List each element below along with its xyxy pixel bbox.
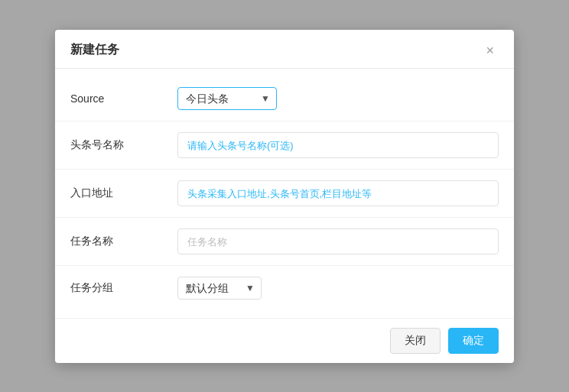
dialog-header: 新建任务 ×: [55, 30, 514, 69]
entry-url-label: 入口地址: [70, 186, 177, 200]
account-name-label: 头条号名称: [70, 138, 177, 152]
cancel-button[interactable]: 关闭: [390, 328, 441, 354]
task-name-control: [177, 228, 499, 254]
account-name-input[interactable]: [177, 132, 499, 158]
task-group-select[interactable]: 默认分组 分组1 分组2: [186, 282, 242, 294]
dialog-overlay: 新建任务 × Source 今日头条 微博 微信 ▼: [0, 0, 569, 392]
task-name-row: 任务名称: [55, 218, 514, 266]
dialog-body: Source 今日头条 微博 微信 ▼ 头条号名称: [55, 69, 514, 318]
dialog-footer: 关闭 确定: [55, 318, 514, 363]
dialog: 新建任务 × Source 今日头条 微博 微信 ▼: [55, 30, 514, 363]
entry-url-control: [177, 180, 499, 206]
source-row: Source 今日头条 微博 微信 ▼: [55, 76, 514, 121]
entry-url-input[interactable]: [177, 180, 499, 206]
task-name-input[interactable]: [177, 228, 499, 254]
source-label: Source: [70, 92, 177, 105]
task-group-select-wrapper[interactable]: 默认分组 分组1 分组2 ▼: [177, 277, 262, 300]
account-name-control: [177, 132, 499, 158]
task-group-row: 任务分组 默认分组 分组1 分组2 ▼: [55, 266, 514, 310]
close-button[interactable]: ×: [481, 42, 499, 59]
task-group-arrow-icon: ▼: [245, 283, 255, 293]
source-select-wrapper[interactable]: 今日头条 微博 微信 ▼: [177, 87, 277, 110]
task-group-control: 默认分组 分组1 分组2 ▼: [177, 277, 499, 300]
account-name-row: 头条号名称: [55, 121, 514, 170]
confirm-button[interactable]: 确定: [448, 328, 499, 354]
task-name-label: 任务名称: [70, 235, 177, 248]
dialog-title: 新建任务: [70, 42, 119, 58]
source-control: 今日头条 微博 微信 ▼: [177, 87, 499, 110]
task-group-label: 任务分组: [70, 281, 177, 295]
entry-url-row: 入口地址: [55, 170, 514, 218]
source-select[interactable]: 今日头条 微博 微信: [186, 92, 268, 105]
